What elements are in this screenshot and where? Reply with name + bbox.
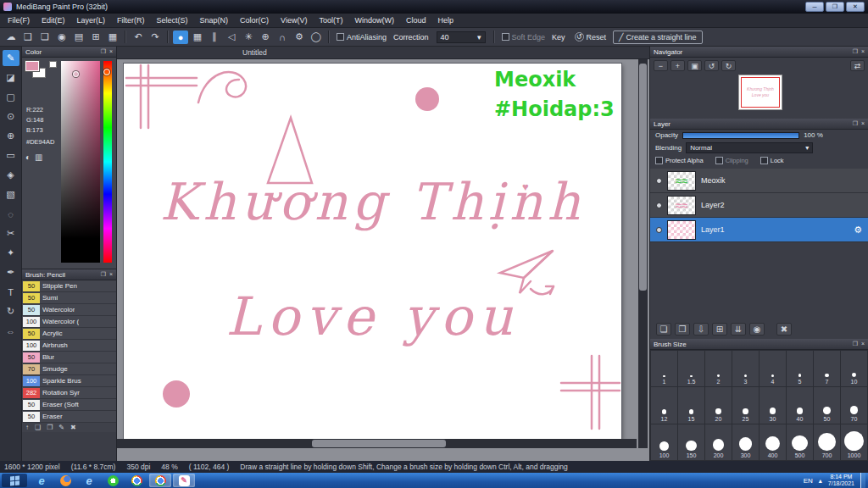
bucket-tool[interactable]: ◈ xyxy=(3,167,19,183)
close-icon[interactable]: × xyxy=(109,271,113,278)
foreground-color-swatch[interactable] xyxy=(25,61,39,71)
brush-delete-icon[interactable]: ✖ xyxy=(70,424,76,431)
brush-size-option[interactable]: 20 xyxy=(705,387,732,423)
snap-curve-icon[interactable]: ∩ xyxy=(275,30,290,44)
rotate-tool[interactable]: ↻ xyxy=(3,303,19,319)
language-indicator[interactable]: EN xyxy=(804,477,813,485)
hue-marker[interactable] xyxy=(103,69,110,75)
brush-item[interactable]: 282 Rotation Syr xyxy=(22,387,116,399)
redo-icon[interactable]: ↷ xyxy=(147,30,163,44)
brush-new-icon[interactable]: ❏ xyxy=(35,424,41,431)
duplicate-layer-icon[interactable]: ❐ xyxy=(675,323,690,336)
correction-dropdown[interactable]: 40 ▾ xyxy=(437,31,486,43)
brush-size-option[interactable]: 10 xyxy=(841,351,867,386)
gradient-tool[interactable]: ▧ xyxy=(3,186,19,202)
materials-icon[interactable]: ▦ xyxy=(105,30,120,44)
lasso-tool[interactable]: ✂ xyxy=(3,225,19,241)
brush-item[interactable]: 100 Watercolor ( xyxy=(22,316,116,328)
chrome-icon[interactable] xyxy=(125,474,147,487)
hue-slider[interactable] xyxy=(103,61,112,263)
menu-item[interactable]: File(F) xyxy=(2,14,36,26)
vertical-scrollbar-thumb[interactable] xyxy=(639,64,647,291)
chrome-2-icon[interactable] xyxy=(149,474,171,487)
brush-size-option[interactable]: 5 xyxy=(787,351,813,386)
color-sliders-icon[interactable]: ▥ xyxy=(35,152,42,162)
snap-grid-icon[interactable]: ▦ xyxy=(190,30,205,44)
create-straight-line-button[interactable]: ╱ Create a straight line xyxy=(613,30,702,44)
shape-brush-tool[interactable]: ▭ xyxy=(3,147,19,164)
maximize-button[interactable]: ❐ xyxy=(826,2,844,12)
close-icon[interactable]: × xyxy=(861,341,865,347)
brush-size-option[interactable]: 1.5 xyxy=(678,351,704,386)
popout-icon[interactable]: ❐ xyxy=(101,48,106,55)
brush-size-option[interactable]: 200 xyxy=(705,424,732,460)
snap-parallel-icon[interactable]: ∥ xyxy=(207,30,222,44)
brush-item[interactable]: 50 Stipple Pen xyxy=(22,280,116,292)
brush-size-option[interactable]: 100 xyxy=(651,424,677,460)
ie-icon[interactable]: e xyxy=(78,474,100,487)
hand-tool[interactable]: ⇔ xyxy=(3,323,19,339)
brush-item[interactable]: 50 Acrylic xyxy=(22,328,116,340)
popout-icon[interactable]: ❐ xyxy=(101,271,106,278)
move-tool[interactable]: ⊕ xyxy=(3,128,19,144)
brush-size-option[interactable]: 70 xyxy=(841,387,867,423)
rotate-right-icon[interactable]: ↻ xyxy=(721,60,736,71)
brush-item[interactable]: 50 Sumi xyxy=(22,292,116,304)
layer-settings-icon[interactable]: ⚙ xyxy=(854,225,862,236)
show-desktop-button[interactable] xyxy=(860,473,865,488)
clock[interactable]: 8:14 PM 7/18/2021 xyxy=(828,474,854,487)
delete-layer-icon[interactable]: ✖ xyxy=(776,323,792,336)
brush-size-option[interactable]: 7 xyxy=(814,351,840,386)
round-brush-icon[interactable]: ● xyxy=(173,30,188,44)
clipping-checkbox[interactable]: Clipping xyxy=(715,157,748,164)
edge-icon[interactable]: e xyxy=(31,474,53,487)
brush-item[interactable]: 70 Smudge xyxy=(22,363,116,375)
close-button[interactable]: ✕ xyxy=(846,2,865,12)
antialiasing-checkbox[interactable]: AntiAliasing xyxy=(337,33,387,42)
menu-item[interactable]: Edit(E) xyxy=(36,14,71,26)
brush-size-option[interactable]: 2 xyxy=(705,351,732,386)
brush-size-option[interactable]: 25 xyxy=(732,387,759,423)
add-layer-icon[interactable]: ❏ xyxy=(656,323,671,336)
medibang-taskbar-icon[interactable]: ✎ xyxy=(173,474,195,487)
grid-icon[interactable]: ⊞ xyxy=(88,30,103,44)
cloud-icon[interactable]: ☁ xyxy=(3,30,19,44)
horizontal-scrollbar[interactable] xyxy=(117,439,637,448)
snap-perspective-icon[interactable]: ◁ xyxy=(224,30,239,44)
opacity-slider[interactable] xyxy=(682,132,799,139)
brush-size-option[interactable]: 15 xyxy=(678,387,704,423)
brush-size-option[interactable]: 40 xyxy=(787,387,813,423)
menu-item[interactable]: Cloud xyxy=(400,14,432,26)
brush-up-icon[interactable]: ↑ xyxy=(25,424,29,431)
comment-icon[interactable]: ❏ xyxy=(37,30,53,44)
tray-expand-icon[interactable]: ▴ xyxy=(819,477,822,485)
layer-row[interactable]: Layer1 ⚙ xyxy=(650,218,868,242)
brush-item[interactable]: 100 Airbrush xyxy=(22,340,116,352)
brush-size-option[interactable]: 700 xyxy=(814,424,840,460)
horizontal-scrollbar-thumb[interactable] xyxy=(312,440,446,447)
line-app-icon[interactable] xyxy=(102,474,124,487)
layer-visibility-toggle[interactable] xyxy=(656,202,662,208)
protect-alpha-checkbox[interactable]: Protect Alpha xyxy=(655,157,704,164)
minimize-button[interactable]: ─ xyxy=(805,2,824,12)
soft-edge-checkbox[interactable]: Soft Edge xyxy=(502,33,546,42)
menu-item[interactable]: Color(C) xyxy=(234,14,275,26)
menu-item[interactable]: Tool(T) xyxy=(313,14,348,26)
lock-checkbox[interactable]: Lock xyxy=(760,157,784,164)
brush-item[interactable]: 50 Blur xyxy=(22,352,116,363)
color-wheel-icon[interactable]: ◐ xyxy=(25,152,31,162)
saturation-value-picker[interactable] xyxy=(61,61,100,263)
brush-item[interactable]: 100 Sparkle Brus xyxy=(22,375,116,387)
zoom-out-icon[interactable]: − xyxy=(654,60,668,71)
snap-radial-icon[interactable]: ✳ xyxy=(241,30,256,44)
vertical-scrollbar[interactable] xyxy=(638,59,648,448)
flip-icon[interactable]: ⇄ xyxy=(850,60,865,71)
brush-size-option[interactable]: 400 xyxy=(760,424,786,460)
layer-row[interactable]: ≈≈ Meoxik xyxy=(650,169,868,193)
navigator-thumbnail[interactable]: Khương Thịnh Love you xyxy=(738,75,782,110)
brush-size-option[interactable]: 300 xyxy=(732,424,759,460)
close-icon[interactable]: × xyxy=(861,48,865,55)
layer-visibility-toggle[interactable] xyxy=(656,227,662,233)
brush-size-option[interactable]: 50 xyxy=(814,387,840,423)
brush-size-option[interactable]: 30 xyxy=(760,387,786,423)
